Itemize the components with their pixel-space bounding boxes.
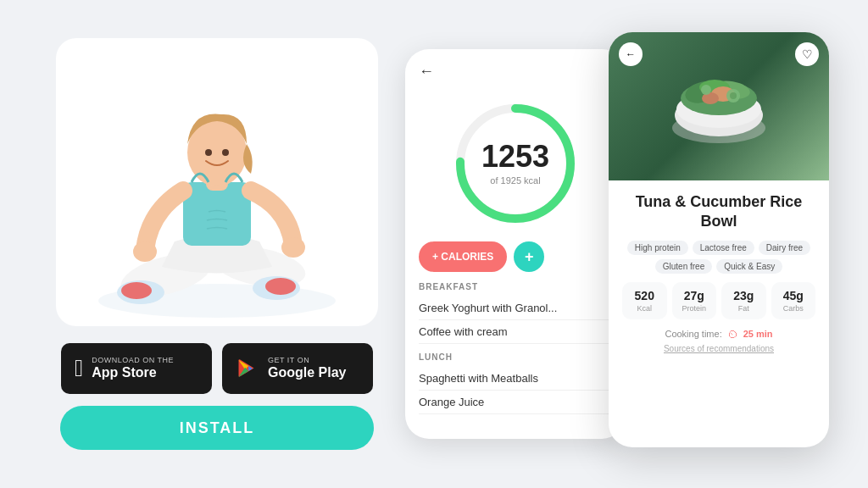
svg-point-4	[121, 282, 152, 299]
kcal-label: Kcal	[626, 304, 664, 313]
carbs-value: 45g	[775, 289, 813, 302]
fitness-woman-illustration	[90, 64, 344, 326]
recipe-title: Tuna & Cucumber Rice Bowl	[622, 192, 815, 232]
tag-gluten-free: Gluten free	[655, 259, 712, 274]
breakfast-label: BREAKFAST	[419, 282, 612, 291]
app-store-small-text: Download on the	[92, 356, 174, 364]
install-button[interactable]: INSTALL	[60, 406, 374, 450]
app-store-text: Download on the App Store	[92, 356, 174, 380]
app-store-button[interactable]:  Download on the App Store	[61, 343, 212, 394]
sources-link[interactable]: Sources of recommendations	[622, 344, 815, 353]
recipe-back-button[interactable]: ←	[619, 42, 643, 66]
left-section:  Download on the App Store GET IT ON G	[39, 38, 395, 450]
apple-icon: 	[75, 355, 83, 382]
breakfast-item-1[interactable]: Greek Yoghurt with Granol...	[419, 297, 612, 320]
back-arrow-icon[interactable]: ←	[419, 63, 434, 80]
lunch-label: LUNCH	[419, 352, 612, 362]
protein-value: 27g	[676, 289, 714, 302]
nutrition-carbs: 45g Carbs	[771, 282, 816, 319]
kcal-value: 520	[626, 289, 664, 302]
cooking-time-label: Cooking time:	[665, 329, 721, 339]
protein-label: Protein	[676, 304, 714, 313]
back-phone: ← 1253 of 1925 kcal + CALORIES +	[405, 49, 626, 439]
cooking-time-row: Cooking time: ⏲ 25 min	[622, 328, 815, 341]
svg-point-6	[265, 278, 296, 295]
tags-row: High protein Lactose free Dairy free Glu…	[622, 241, 815, 274]
tag-high-protein: High protein	[627, 241, 688, 255]
front-phone: ← ♡ Tuna & Cucumber Rice Bowl High prote…	[609, 32, 829, 447]
svg-rect-7	[183, 182, 251, 246]
back-phone-header: ←	[405, 49, 626, 87]
main-container:  Download on the App Store GET IT ON G	[0, 0, 868, 488]
nutrition-kcal: 520 Kcal	[622, 282, 667, 319]
svg-point-10	[205, 149, 212, 156]
lunch-item-1[interactable]: Spaghetti with Meatballs	[419, 367, 612, 391]
lunch-section: LUNCH Spaghetti with Meatballs Orange Ju…	[405, 352, 626, 414]
store-buttons-group:  Download on the App Store GET IT ON G	[61, 343, 373, 394]
google-play-button[interactable]: GET IT ON Google Play	[222, 343, 373, 394]
app-store-big-text: App Store	[92, 364, 174, 380]
google-play-small-text: GET IT ON	[268, 356, 346, 364]
recipe-favorite-button[interactable]: ♡	[795, 42, 819, 66]
add-extra-button[interactable]: +	[514, 241, 544, 272]
timer-icon: ⏲	[727, 328, 738, 341]
google-play-text: GET IT ON Google Play	[268, 356, 346, 380]
nutrition-protein: 27g Protein	[672, 282, 717, 319]
fat-label: Fat	[725, 304, 763, 313]
lunch-item-2[interactable]: Orange Juice	[419, 391, 612, 414]
add-calories-bar: + CALORIES +	[405, 231, 626, 282]
nutrition-fat: 23g Fat	[721, 282, 766, 319]
calorie-number: 1253	[481, 141, 549, 172]
svg-point-13	[281, 237, 305, 258]
breakfast-item-2[interactable]: Coffee with cream	[419, 320, 612, 344]
svg-point-27	[701, 85, 711, 95]
circle-center-text: 1253 of 1925 kcal	[481, 141, 549, 186]
tag-quick-easy: Quick & Easy	[716, 259, 782, 274]
right-section: ← 1253 of 1925 kcal + CALORIES +	[405, 24, 829, 464]
calorie-circle: 1253 of 1925 kcal	[448, 96, 583, 231]
breakfast-section: BREAKFAST Greek Yoghurt with Granol... C…	[405, 282, 626, 344]
calorie-circle-section: 1253 of 1925 kcal	[405, 87, 626, 231]
recipe-content: Tuna & Cucumber Rice Bowl High protein L…	[609, 180, 829, 362]
fitness-card	[56, 38, 378, 326]
nutrition-grid: 520 Kcal 27g Protein 23g Fat 45g Carbs	[622, 282, 815, 319]
svg-point-26	[730, 92, 737, 99]
tag-dairy-free: Dairy free	[759, 241, 810, 255]
bowl-illustration	[664, 52, 774, 162]
tag-lactose-free: Lactose free	[693, 241, 754, 255]
cooking-time-value: 25 min	[743, 329, 773, 339]
google-play-icon	[236, 357, 259, 380]
calorie-of: of 1925 kcal	[481, 175, 549, 186]
recipe-image: ← ♡	[609, 32, 829, 180]
svg-point-12	[133, 241, 157, 262]
carbs-label: Carbs	[775, 304, 813, 313]
svg-point-11	[222, 149, 229, 156]
add-calories-button[interactable]: + CALORIES	[419, 241, 507, 272]
google-play-big-text: Google Play	[268, 364, 346, 380]
fat-value: 23g	[725, 289, 763, 302]
